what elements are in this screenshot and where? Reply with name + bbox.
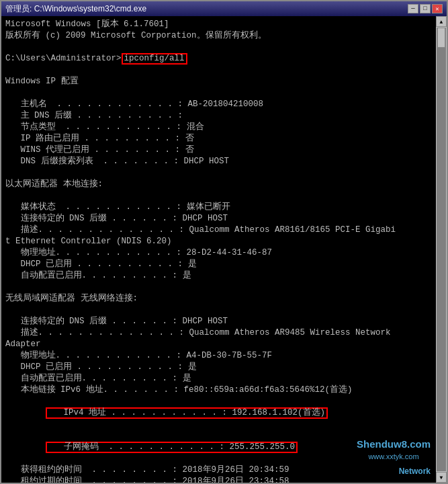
- console-line-33: 本地链接 IPv6 地址. . . . . . . : fe80::659a:a…: [5, 385, 432, 396]
- console-line-22: DHCP 已启用 . . . . . . . . . . : 是: [5, 259, 432, 270]
- console-line-32: 自动配置已启用. . . . . . . . . : 是: [5, 373, 432, 385]
- console-line-2: 版权所有 (c) 2009 Microsoft Corporation。保留所有…: [5, 30, 432, 42]
- watermark-brand: Shenduw8.com: [357, 437, 431, 452]
- console-line-35: 获得租约的时间 . . . . . . . . : 2018年9月26日 20:…: [5, 465, 432, 476]
- console-line-20: t Ethernet Controller (NDIS 6.20): [5, 236, 432, 247]
- scroll-down-button[interactable]: ▼: [436, 472, 447, 483]
- console-line-12: WINS 代理已启用 . . . . . . . . : 否: [5, 145, 432, 156]
- console-line-19: 描述. . . . . . . . . . . . . . : Qualcomm…: [5, 225, 432, 236]
- console-line-24: [5, 282, 432, 293]
- window-title: 管理员: C:\Windows\system32\cmd.exe: [5, 3, 146, 15]
- console-line-13: DNS 后缀搜索列表 . . . . . . . : DHCP HOST: [5, 156, 432, 167]
- console-line-9: 主 DNS 后缀 . . . . . . . . . . :: [5, 110, 432, 122]
- command-highlight: ipconfig/all: [122, 53, 187, 65]
- watermark-area: Shenduw8.com www.xxtyk.com: [357, 437, 431, 462]
- console-line-21: 物理地址. . . . . . . . . . . . : 28-D2-44-3…: [5, 247, 432, 259]
- console-line-8: 主机名 . . . . . . . . . . . . : AB-2018042…: [5, 99, 432, 110]
- console-line-18: 连接特定的 DNS 后缀 . . . . . . : DHCP HOST: [5, 213, 432, 225]
- window-controls: ─ □ ✕: [408, 4, 443, 13]
- console-line-16: [5, 190, 432, 202]
- console-line-14: [5, 167, 432, 179]
- cmd-window: 管理员: C:\Windows\system32\cmd.exe ─ □ ✕ M…: [0, 0, 448, 484]
- console-line-7: [5, 87, 432, 99]
- console-wrapper: Microsoft Windows [版本 6.1.7601] 版权所有 (c)…: [1, 16, 447, 483]
- ipv4-highlight: IPv4 地址 . . . . . . . . . . . : 192.168.…: [46, 407, 328, 419]
- console-line-15: 以太网适配器 本地连接:: [5, 179, 432, 190]
- console-line-4: C:\Users\Administrator>ipconfig/all: [5, 53, 432, 65]
- console-line-30: 物理地址. . . . . . . . . . . . : A4-DB-30-7…: [5, 350, 432, 362]
- console-line-3: [5, 42, 432, 53]
- title-bar: 管理员: C:\Windows\system32\cmd.exe ─ □ ✕: [1, 1, 447, 16]
- console-line-36: 租约过期的时间 . . . . . . . . : 2018年9月26日 23:…: [5, 476, 432, 483]
- console-line-10: 节点类型 . . . . . . . . . . . : 混合: [5, 122, 432, 133]
- scroll-track[interactable]: [437, 28, 446, 471]
- console-line-26: [5, 305, 432, 316]
- console-line-6: Windows IP 配置: [5, 76, 432, 87]
- watermark-site: www.xxtyk.com: [357, 452, 431, 462]
- console-line-27: 连接特定的 DNS 后缀 . . . . . . : DHCP HOST: [5, 316, 432, 327]
- scroll-up-button[interactable]: ▲: [436, 16, 447, 27]
- minimize-button[interactable]: ─: [408, 4, 418, 13]
- subnet-highlight: 子网掩码 . . . . . . . . . . . : 255.255.255…: [46, 442, 298, 453]
- console-line-ipv4: IPv4 地址 . . . . . . . . . . . : 192.168.…: [5, 396, 432, 430]
- maximize-button[interactable]: □: [420, 4, 431, 13]
- console-line-29: Adapter: [5, 339, 432, 350]
- console-line-5: [5, 65, 432, 76]
- console-line-1: Microsoft Windows [版本 6.1.7601]: [5, 19, 432, 30]
- console-line-23: 自动配置已启用. . . . . . . . . : 是: [5, 270, 432, 282]
- console-output: Microsoft Windows [版本 6.1.7601] 版权所有 (c)…: [1, 16, 436, 483]
- console-line-25: 无线局域网适配器 无线网络连接:: [5, 293, 432, 305]
- console-line-17: 媒体状态 . . . . . . . . . . . : 媒体已断开: [5, 202, 432, 213]
- close-button[interactable]: ✕: [432, 4, 443, 13]
- console-line-31: DHCP 已启用 . . . . . . . . . . : 是: [5, 362, 432, 373]
- scrollbar[interactable]: ▲ ▼: [436, 16, 447, 483]
- console-line-11: IP 路由已启用 . . . . . . . . . : 否: [5, 133, 432, 145]
- scroll-thumb[interactable]: [437, 28, 445, 48]
- console-line-28: 描述. . . . . . . . . . . . . . : Qualcomm…: [5, 327, 432, 339]
- network-label: Network: [399, 466, 431, 477]
